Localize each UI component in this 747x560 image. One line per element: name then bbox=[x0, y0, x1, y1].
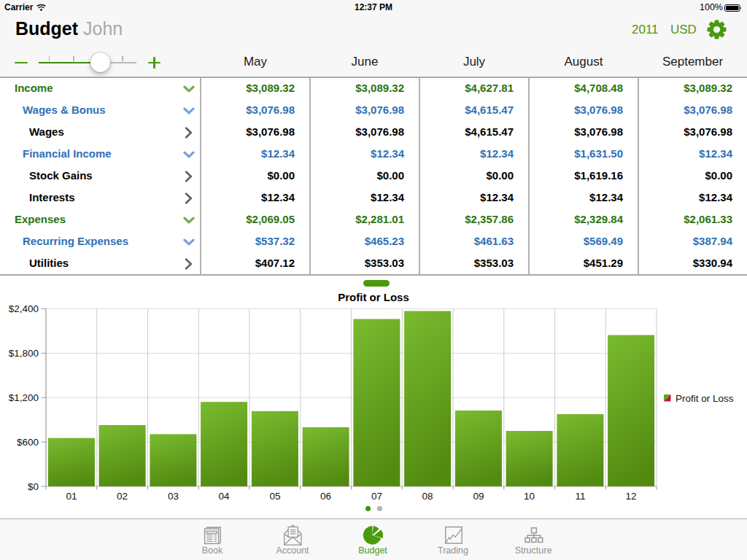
svg-text:04: 04 bbox=[219, 491, 231, 502]
svg-text:05: 05 bbox=[269, 491, 280, 502]
svg-text:$1,800: $1,800 bbox=[9, 348, 39, 359]
svg-text:12: 12 bbox=[626, 491, 637, 502]
svg-text:09: 09 bbox=[473, 491, 484, 502]
svg-text:06: 06 bbox=[320, 491, 331, 502]
svg-text:$1,200: $1,200 bbox=[9, 392, 39, 403]
svg-text:$2,400: $2,400 bbox=[9, 303, 39, 314]
svg-text:Profit or Loss: Profit or Loss bbox=[676, 393, 734, 404]
svg-text:$0: $0 bbox=[28, 481, 39, 492]
svg-text:11: 11 bbox=[575, 491, 585, 502]
svg-text:10: 10 bbox=[524, 491, 535, 502]
svg-text:$600: $600 bbox=[17, 437, 39, 448]
svg-text:07: 07 bbox=[371, 491, 382, 502]
svg-text:08: 08 bbox=[422, 491, 433, 502]
svg-text:02: 02 bbox=[117, 491, 128, 502]
svg-text:01: 01 bbox=[66, 491, 77, 502]
svg-text:03: 03 bbox=[168, 491, 179, 502]
